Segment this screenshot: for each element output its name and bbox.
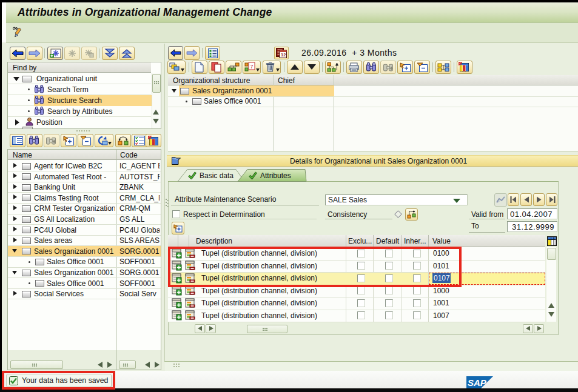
svg-text:SAP: SAP: [468, 377, 487, 388]
svg-text:12: 12: [281, 52, 286, 58]
svg-text:7: 7: [250, 64, 254, 70]
